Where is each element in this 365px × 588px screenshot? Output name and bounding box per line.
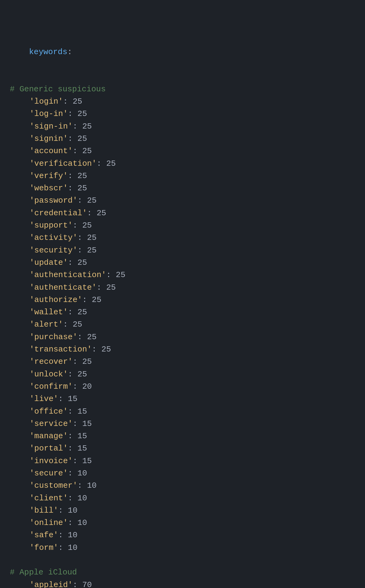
item-line-0-0: 'login': 25	[10, 95, 355, 108]
item-key-0-3: 'signin'	[29, 134, 68, 143]
item-line-0-36: 'form': 10	[10, 542, 355, 554]
item-line-0-14: 'authentication': 25	[10, 269, 355, 281]
item-value-0-22: 25	[77, 370, 87, 379]
item-line-0-1: 'log-in': 25	[10, 108, 355, 120]
item-key-0-21: 'recover'	[29, 357, 73, 366]
item-value-0-31: 10	[87, 481, 96, 490]
item-value-0-2: 25	[82, 122, 92, 131]
item-key-0-32: 'client'	[29, 494, 68, 503]
item-key-0-20: 'transaction'	[29, 345, 92, 354]
item-value-0-32: 10	[77, 494, 87, 503]
item-key-0-4: 'account'	[29, 146, 73, 156]
item-key-0-15: 'authenticate'	[29, 283, 96, 292]
code-block: keywords:	[10, 9, 355, 83]
item-line-0-2: 'sign-in': 25	[10, 120, 355, 133]
item-value-0-3: 25	[77, 134, 87, 143]
item-key-0-24: 'live'	[29, 394, 58, 403]
item-key-0-5: 'verification'	[29, 159, 96, 168]
top-key: keywords	[29, 47, 67, 57]
item-line-0-9: 'credential': 25	[10, 207, 355, 219]
item-key-0-25: 'office'	[29, 407, 68, 416]
item-value-0-36: 10	[68, 543, 77, 552]
item-value-0-24: 15	[68, 394, 77, 403]
item-value-0-12: 25	[87, 246, 96, 255]
item-line-0-20: 'transaction': 25	[10, 343, 355, 356]
item-value-0-34: 10	[77, 518, 87, 527]
item-key-0-6: 'verify'	[29, 171, 68, 181]
item-value-0-7: 25	[77, 184, 87, 193]
item-line-0-32: 'client': 10	[10, 492, 355, 504]
item-line-0-5: 'verification': 25	[10, 157, 355, 170]
item-line-0-25: 'office': 15	[10, 405, 355, 418]
blank-line-0	[10, 554, 355, 566]
comment-1: # Apple iCloud	[10, 568, 77, 577]
item-line-0-3: 'signin': 25	[10, 133, 355, 145]
item-line-0-11: 'activity': 25	[10, 232, 355, 244]
item-value-0-29: 15	[82, 456, 92, 466]
item-line-0-24: 'live': 15	[10, 393, 355, 405]
item-key-0-27: 'manage'	[29, 431, 68, 441]
item-line-0-4: 'account': 25	[10, 145, 355, 157]
item-line-0-35: 'safe': 10	[10, 529, 355, 541]
item-key-0-14: 'authentication'	[29, 270, 106, 280]
item-line-0-29: 'invoice': 15	[10, 455, 355, 467]
item-key-0-11: 'activity'	[29, 233, 77, 242]
comment-line-1: # Apple iCloud	[10, 566, 355, 578]
item-line-0-15: 'authenticate': 25	[10, 281, 355, 294]
item-key-0-10: 'support'	[29, 221, 73, 230]
item-value-0-8: 25	[87, 196, 96, 205]
item-value-0-10: 25	[82, 221, 92, 230]
item-line-0-27: 'manage': 15	[10, 430, 355, 442]
item-line-0-16: 'authorize': 25	[10, 294, 355, 306]
item-line-0-22: 'unlock': 25	[10, 368, 355, 380]
item-line-1-0: 'appleid': 70	[10, 579, 355, 588]
comment-line-0: # Generic suspicious	[10, 83, 355, 95]
comment-0: # Generic suspicious	[10, 85, 106, 94]
item-line-0-8: 'password': 25	[10, 194, 355, 207]
item-key-0-29: 'invoice'	[29, 456, 73, 466]
item-key-0-8: 'password'	[29, 196, 77, 205]
item-line-0-12: 'security': 25	[10, 244, 355, 256]
item-value-0-25: 15	[77, 407, 87, 416]
item-value-0-30: 10	[77, 469, 87, 478]
item-key-0-28: 'portal'	[29, 444, 68, 453]
item-value-0-26: 15	[82, 419, 92, 428]
sections-container: # Generic suspicious'login': 25'log-in':…	[10, 83, 355, 588]
item-key-0-33: 'bill'	[29, 506, 58, 515]
item-key-1-0: 'appleid'	[29, 580, 73, 588]
item-value-0-35: 10	[68, 530, 77, 540]
item-key-0-7: 'webscr'	[29, 184, 68, 193]
item-value-1-0: 70	[82, 580, 92, 588]
item-key-0-1: 'log-in'	[29, 109, 68, 118]
item-value-0-6: 25	[77, 171, 87, 181]
item-key-0-36: 'form'	[29, 543, 58, 552]
item-value-0-27: 15	[77, 431, 87, 441]
item-line-0-28: 'portal': 15	[10, 442, 355, 455]
item-line-0-21: 'recover': 25	[10, 356, 355, 368]
item-line-0-19: 'purchase': 25	[10, 331, 355, 343]
item-value-0-4: 25	[82, 146, 92, 156]
item-value-0-13: 25	[77, 258, 87, 267]
item-line-0-10: 'support': 25	[10, 219, 355, 232]
item-value-0-11: 25	[87, 233, 96, 242]
item-key-0-13: 'update'	[29, 258, 68, 267]
item-value-0-17: 25	[77, 308, 87, 317]
item-key-0-0: 'login'	[29, 97, 63, 106]
item-key-0-18: 'alert'	[29, 320, 63, 329]
item-key-0-30: 'secure'	[29, 469, 68, 478]
item-key-0-12: 'security'	[29, 246, 77, 255]
item-value-0-14: 25	[116, 270, 125, 280]
item-line-0-17: 'wallet': 25	[10, 306, 355, 318]
item-value-0-20: 25	[101, 345, 111, 354]
item-value-0-1: 25	[77, 109, 87, 118]
item-key-0-19: 'purchase'	[29, 332, 77, 342]
item-value-0-21: 25	[82, 357, 92, 366]
item-key-0-35: 'safe'	[29, 530, 58, 540]
item-line-0-18: 'alert': 25	[10, 318, 355, 331]
item-line-0-31: 'customer': 10	[10, 479, 355, 492]
item-line-0-30: 'secure': 10	[10, 467, 355, 479]
item-value-0-28: 15	[77, 444, 87, 453]
item-key-0-23: 'confirm'	[29, 382, 73, 391]
item-value-0-33: 10	[68, 506, 77, 515]
item-value-0-0: 25	[73, 97, 82, 106]
